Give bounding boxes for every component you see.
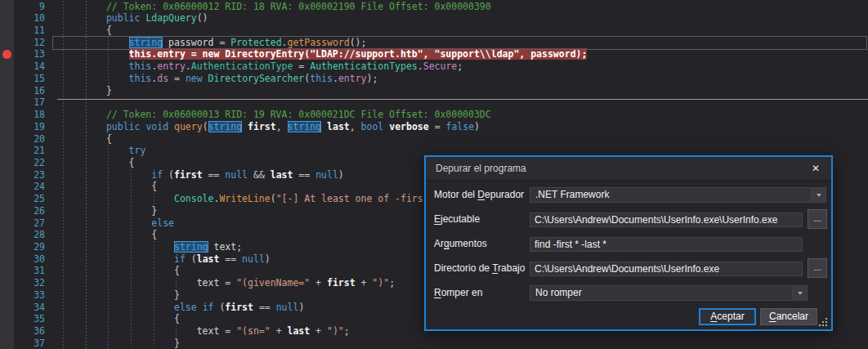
- line-number: 20: [0, 133, 45, 145]
- close-icon: ✕: [812, 163, 820, 174]
- line-number: 16: [0, 85, 45, 97]
- line-number: 27: [0, 217, 45, 230]
- break-at-label: Romper en: [434, 285, 482, 301]
- code-line[interactable]: 16 }: [0, 85, 868, 97]
- line-number: 15: [0, 73, 45, 85]
- cancel-button[interactable]: Cancelar: [760, 308, 817, 325]
- code-text: {: [61, 157, 135, 169]
- line-number: 35: [0, 313, 45, 325]
- code-text: {: [61, 229, 158, 241]
- line-number: 10: [0, 12, 45, 25]
- code-line[interactable]: 37 }: [0, 338, 868, 349]
- code-line[interactable]: 19 public void query(string first, strin…: [0, 121, 868, 133]
- code-text: {: [61, 265, 180, 277]
- code-text: else if (first == null): [61, 302, 305, 314]
- code-line[interactable]: 12 string password = Protected.getPasswo…: [0, 37, 868, 49]
- code-text: public void query(string first, string l…: [61, 121, 481, 133]
- dialog-titlebar[interactable]: Depurar el programa ✕: [426, 157, 831, 181]
- code-text: else: [61, 217, 174, 230]
- code-text: string text;: [61, 241, 243, 253]
- code-line[interactable]: 15 this.ds = new DirectorySearcher(this.…: [0, 73, 868, 85]
- code-text: try: [61, 145, 146, 157]
- code-text: text = "(sn=" + last + ")";: [61, 325, 350, 338]
- debugger-engine-combo[interactable]: .NET Framework: [530, 187, 826, 203]
- line-number: 19: [0, 121, 45, 133]
- line-number: 9: [0, 1, 45, 13]
- code-text: this.entry.AuthenticationType = Authenti…: [61, 60, 463, 73]
- break-at-combo[interactable]: No romper: [530, 285, 808, 301]
- code-text: {: [61, 181, 158, 193]
- line-number: 11: [0, 25, 45, 37]
- code-text: }: [61, 338, 180, 349]
- line-number: 36: [0, 325, 45, 338]
- code-text: this.ds = new DirectorySearcher(this.ent…: [61, 73, 378, 85]
- code-text: {: [61, 313, 180, 325]
- working-directory-browse-button[interactable]: ...: [808, 258, 827, 278]
- line-number: 17: [0, 96, 45, 109]
- line-number: 24: [0, 181, 45, 193]
- line-number: 37: [0, 338, 45, 349]
- code-line[interactable]: 18 // Token: 0x06000013 RID: 19 RVA: 0x0…: [0, 109, 868, 121]
- line-number: 28: [0, 229, 45, 241]
- code-text: if (first == null && last == null): [61, 169, 344, 181]
- line-number: 30: [0, 253, 45, 266]
- line-number: 12: [0, 37, 45, 49]
- code-line[interactable]: 13 this.entry = new DirectoryEntry("LDAP…: [0, 48, 868, 60]
- code-text: // Token: 0x06000013 RID: 19 RVA: 0x0000…: [61, 109, 491, 121]
- line-number: 14: [0, 60, 45, 73]
- breakpoint-dot[interactable]: [2, 50, 11, 59]
- code-text: }: [61, 289, 180, 302]
- working-directory-input[interactable]: [530, 262, 803, 276]
- chevron-down-icon: [792, 286, 807, 300]
- line-number: 21: [0, 145, 45, 157]
- debugger-engine-value: .NET Framework: [535, 188, 609, 202]
- executable-browse-button[interactable]: ...: [808, 209, 827, 229]
- close-button[interactable]: ✕: [806, 161, 825, 176]
- chevron-down-icon: [811, 188, 825, 202]
- code-text: this.entry = new DirectoryEntry("LDAP://…: [61, 48, 588, 60]
- line-number: 22: [0, 157, 45, 169]
- dialog-title: Depurar el programa: [436, 157, 526, 180]
- line-number: 23: [0, 169, 45, 181]
- code-text: text = "(givenName=" + first + ")";: [61, 277, 396, 289]
- debugger-engine-label: Motor del Depurador: [434, 187, 524, 203]
- code-text: }: [61, 205, 158, 217]
- resize-grip-dots: [818, 317, 820, 319]
- debug-program-dialog: Depurar el programa ✕ Motor del Depurado…: [424, 155, 833, 331]
- code-line[interactable]: 10 public LdapQuery(): [0, 12, 868, 25]
- line-number: 18: [0, 109, 45, 121]
- code-text: {: [61, 25, 112, 37]
- line-number: 31: [0, 265, 45, 277]
- code-text: string password = Protected.getPassword(…: [61, 37, 367, 49]
- code-text: if (last == null): [61, 253, 271, 266]
- code-text: // Token: 0x06000012 RID: 18 RVA: 0x0000…: [61, 1, 491, 13]
- code-line[interactable]: 11 {: [0, 25, 868, 37]
- code-line[interactable]: 17: [0, 96, 868, 109]
- code-text: public LdapQuery(): [61, 12, 208, 25]
- code-text: Console.WriteLine("[-] At least one of -…: [61, 193, 423, 205]
- working-directory-label: Directorio de Trabajo: [434, 261, 525, 276]
- line-number: 32: [0, 277, 45, 289]
- executable-label: Ejecutable: [434, 212, 480, 227]
- code-text: }: [61, 85, 112, 97]
- arguments-input[interactable]: [530, 237, 803, 252]
- resize-grip[interactable]: [818, 317, 828, 327]
- break-at-value: No romper: [535, 286, 582, 300]
- code-line[interactable]: 20 {: [0, 133, 868, 145]
- line-number: 34: [0, 302, 45, 314]
- executable-input[interactable]: [530, 213, 803, 227]
- dnspy-window: 9 // Token: 0x06000012 RID: 18 RVA: 0x00…: [0, 0, 868, 349]
- code-text: {: [61, 133, 112, 145]
- arguments-label: Argumentos: [434, 236, 487, 252]
- code-line[interactable]: 14 this.entry.AuthenticationType = Authe…: [0, 60, 868, 73]
- code-line[interactable]: 9 // Token: 0x06000012 RID: 18 RVA: 0x00…: [0, 1, 868, 13]
- accept-button[interactable]: Aceptar: [699, 308, 756, 325]
- line-number: 29: [0, 241, 45, 253]
- line-number: 33: [0, 289, 45, 302]
- line-number: 25: [0, 193, 45, 205]
- line-number: 26: [0, 205, 45, 217]
